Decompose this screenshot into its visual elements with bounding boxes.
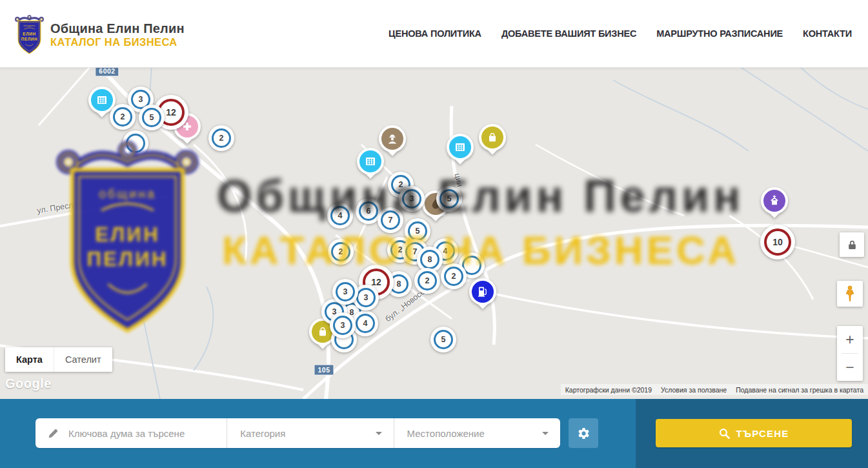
cluster-marker[interactable]: 2 <box>110 104 136 130</box>
map-type-map-button[interactable]: Карта <box>5 347 54 372</box>
bag-icon <box>479 124 506 151</box>
map-type-satellite-button[interactable]: Сателит <box>54 347 112 372</box>
map-attribution: Картографски данни ©2019 Условия за полз… <box>561 384 868 395</box>
search-submit-panel: ТЪРСЕНЕ <box>636 399 868 468</box>
category-select-label: Категория <box>240 428 285 439</box>
search-fields-group: Категория Местоположение <box>35 418 560 448</box>
church-icon <box>761 187 788 214</box>
google-logo[interactable]: Google <box>5 376 52 391</box>
map-canvas[interactable]: ул. Преславбул. „Новоселции 6002105 1235… <box>0 67 868 399</box>
cluster-marker[interactable]: 7 <box>378 207 403 233</box>
header: община ЕЛИН ПЕЛИН Община Елин Пелин КАТА… <box>0 0 868 68</box>
category-select[interactable]: Категория <box>227 418 393 448</box>
fuel-pin[interactable] <box>468 277 498 313</box>
zoom-control: + − <box>837 326 863 381</box>
location-select-label: Местоположение <box>407 428 485 439</box>
nav-item-pricing[interactable]: ЦЕНОВА ПОЛИТИКА <box>389 28 481 39</box>
pegman-control[interactable] <box>837 281 863 307</box>
municipality-crest-icon: община ЕЛИН ПЕЛИН <box>14 14 45 56</box>
zoom-in-button[interactable]: + <box>837 326 863 353</box>
cluster-marker[interactable]: 3 <box>399 186 425 212</box>
lock-control-button[interactable] <box>840 232 864 257</box>
cluster-marker[interactable]: 3 <box>332 279 358 305</box>
svg-text:община: община <box>24 24 35 27</box>
road-badge: 105 <box>314 365 334 376</box>
gear-icon <box>577 427 590 440</box>
keyword-field <box>35 418 227 448</box>
lock-icon <box>847 239 857 250</box>
report-error-link[interactable]: Подаване на сигнал за грешка в картата <box>736 386 863 394</box>
cluster-marker[interactable]: 5 <box>436 186 462 212</box>
cluster-marker[interactable]: 4 <box>352 310 378 336</box>
cluster-marker[interactable]: 2 <box>208 125 234 151</box>
factory-pin[interactable] <box>356 147 385 183</box>
nav-item-bus-schedule[interactable]: МАРШРУТНО РАЗПИСАНИЕ <box>656 28 783 39</box>
svg-text:ПЕЛИН: ПЕЛИН <box>21 37 38 41</box>
factory-icon <box>357 148 384 175</box>
svg-text:община: община <box>99 187 156 201</box>
svg-text:ЕЛИН: ЕЛИН <box>95 223 160 246</box>
church-pin[interactable] <box>760 186 789 222</box>
keyword-input[interactable] <box>67 427 227 440</box>
svg-text:ЕЛИН: ЕЛИН <box>23 32 35 36</box>
factory-icon <box>447 134 474 161</box>
nav-item-add-business[interactable]: ДОБАВЕТЕ ВАШИЯТ БИЗНЕС <box>501 28 636 39</box>
street-label: ул. Преслав <box>36 199 83 216</box>
factory-pin[interactable] <box>445 132 475 168</box>
search-button[interactable]: ТЪРСЕНЕ <box>656 419 852 447</box>
cluster-marker[interactable]: 5 <box>139 105 165 130</box>
svg-text:ПЕЛИН: ПЕЛИН <box>86 247 168 270</box>
cluster-marker[interactable]: 4 <box>327 203 353 229</box>
main-nav: ЦЕНОВА ПОЛИТИКА ДОБАВЕТЕ ВАШИЯТ БИЗНЕС М… <box>389 0 852 67</box>
cluster-marker[interactable]: 10 <box>760 225 795 259</box>
cluster-marker[interactable]: 2 <box>414 268 440 294</box>
location-select[interactable]: Местоположение <box>394 418 560 448</box>
cluster-marker[interactable]: 5 <box>430 327 456 352</box>
advanced-settings-button[interactable] <box>569 418 598 448</box>
site-subtitle: КАТАЛОГ НА БИЗНЕСА <box>50 36 185 48</box>
chevron-down-icon <box>542 432 549 435</box>
chevron-down-icon <box>376 432 382 435</box>
map-type-control: Карта Сателит <box>5 347 112 372</box>
watermark-title: Община Елин Пелин <box>217 170 744 222</box>
site-title: Община Елин Пелин <box>50 21 185 36</box>
pencil-icon <box>47 427 59 440</box>
cluster-marker[interactable]: 3 <box>330 312 356 338</box>
search-bar: Категория Местоположение ТЪРСЕНЕ <box>0 399 868 468</box>
terms-link[interactable]: Условия за ползване <box>661 386 727 394</box>
search-button-label: ТЪРСЕНЕ <box>736 428 789 439</box>
cluster-marker[interactable]: 2 <box>441 263 467 289</box>
search-icon <box>719 428 730 439</box>
fuel-icon <box>469 278 496 305</box>
nav-item-contacts[interactable]: КОНТАКТИ <box>803 28 852 39</box>
cluster-marker[interactable]: 2 <box>328 239 354 265</box>
street-label: ции <box>453 172 465 188</box>
brand-text: Община Елин Пелин КАТАЛОГ НА БИЗНЕСА <box>50 21 185 48</box>
logo-link[interactable]: община ЕЛИН ПЕЛИН Община Елин Пелин КАТА… <box>14 14 185 56</box>
cluster-marker[interactable] <box>123 130 148 156</box>
zoom-out-button[interactable]: − <box>837 354 863 381</box>
page-root: община ЕЛИН ПЕЛИН Община Елин Пелин КАТА… <box>0 0 868 468</box>
bag-pin[interactable] <box>478 123 507 159</box>
attribution-copyright: Картографски данни ©2019 <box>565 386 652 394</box>
watermark-crest: община ЕЛИН ПЕЛИН <box>55 137 200 340</box>
road-badge: 6002 <box>95 67 119 77</box>
pegman-icon <box>842 285 858 303</box>
